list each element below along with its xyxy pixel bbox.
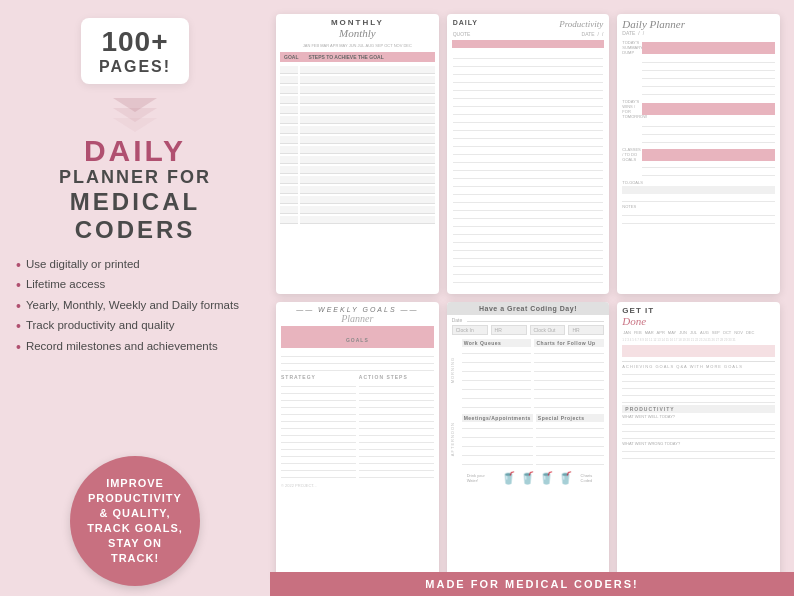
water-section: Drink your Water! 🥤 🥤 🥤 🥤 Charts Coded <box>447 469 610 487</box>
page-weekly-goals: —— WEEKLY GOALS —— Planner GOALS STRATEG… <box>276 302 439 582</box>
morning-label: MORNING <box>450 357 455 383</box>
daily-right-row2: TODAY'S WINS / FOR TOMORROW <box>622 99 775 119</box>
meetings-section: Meetings/Appointments <box>462 414 533 467</box>
title-medical: MEDICAL <box>59 188 211 216</box>
feature-item-2: Lifetime access <box>16 278 254 293</box>
special-projects-section: Special Projects <box>536 414 605 467</box>
coding-header: Have a Great Coding Day! <box>447 302 610 315</box>
weekly-footer: © 2022 PROJECT... <box>276 482 439 489</box>
daily-right-content: TODAY'S SUMMARY/BRAIN DUMP TODAY'S WINS … <box>617 38 780 228</box>
left-panel: 100+ PAGES! DAILY PLANNER FOR MEDICAL CO… <box>0 0 270 596</box>
getit-pink-block-1 <box>622 345 775 357</box>
weekly-col-strategy: STRATEGY <box>281 374 356 480</box>
title-planner-for: PLANNER FOR <box>59 167 211 188</box>
getit-content: ACHIEVING GOALS Q&A WITH MORE GOALS PROD… <box>617 343 780 463</box>
made-for-text: MADE FOR MEDICAL CODERS! <box>425 578 638 590</box>
daily-prod-script: Productivity <box>559 19 603 29</box>
getit-header: GET IT Done <box>617 302 780 329</box>
page-daily-planner-right: Daily Planner DATE / / TODAY'S SUMMARY/B… <box>617 14 780 294</box>
getit-achieving-label: ACHIEVING GOALS Q&A WITH MORE GOALS <box>622 364 775 369</box>
pages-number: 100+ <box>99 26 171 58</box>
weekly-two-col: STRATEGY ACTION STEPS <box>276 374 439 482</box>
right-panel: MONTHLY Monthly JAN FEB MAR APR MAY JUN … <box>270 0 794 596</box>
weekly-title: —— WEEKLY GOALS —— <box>281 306 434 313</box>
daily-right-row3: CLASSES / TO DO GOALS <box>622 147 775 162</box>
weekly-goals-lines <box>276 350 439 374</box>
daily-prod-date: QUOTE DATE / / <box>447 31 610 40</box>
chevron-icon-3 <box>113 118 157 132</box>
getit-productivity-header: PRODUCTIVITY <box>622 405 775 413</box>
made-for-bar: MADE FOR MEDICAL CODERS! <box>270 572 794 596</box>
features-list: Use digitally or printed Lifetime access… <box>16 258 254 360</box>
daily-right-lines <box>622 57 775 97</box>
page-daily-productivity: DAILY Productivity QUOTE DATE / / <box>447 14 610 294</box>
main-container: 100+ PAGES! DAILY PLANNER FOR MEDICAL CO… <box>0 0 794 596</box>
charts-followup-section: Charts for Follow Up <box>534 339 604 410</box>
coding-top-grid: Work Queues Charts for Follow Up <box>457 337 610 412</box>
getit-script: Done <box>622 315 775 327</box>
daily-prod-lines <box>447 50 610 288</box>
coding-date-row: Date <box>447 315 610 325</box>
page-monthly-goals: MONTHLY Monthly JAN FEB MAR APR MAY JUN … <box>276 14 439 294</box>
water-drop-1: 🥤 <box>501 471 516 485</box>
monthly-title: MONTHLY <box>281 18 434 27</box>
monthly-script: Monthly <box>281 27 434 39</box>
daily-right-script: Daily Planner <box>622 18 775 30</box>
daily-right-row1: TODAY'S SUMMARY/BRAIN DUMP <box>622 40 775 55</box>
afternoon-label: AFTERNOON <box>450 422 455 456</box>
daily-right-date: DATE / / <box>622 30 775 36</box>
water-drop-2: 🥤 <box>520 471 535 485</box>
title-daily: DAILY <box>59 134 211 167</box>
badge-text: IMPROVEPRODUCTIVITY& QUALITY,TRACK GOALS… <box>87 476 183 565</box>
monthly-lines <box>276 64 439 228</box>
getit-months: JANFEB MARAPR MAYJUN JULAUG SEPOCT NOVDE… <box>617 329 780 337</box>
daily-prod-title: DAILY <box>453 19 478 26</box>
monthly-months-row: JAN FEB MAR APR MAY JUN JUL AUG SEP OCT … <box>276 41 439 50</box>
coding-title: Have a Great Coding Day! <box>452 305 605 312</box>
weekly-header: —— WEEKLY GOALS —— Planner <box>276 302 439 325</box>
pages-label: PAGES! <box>99 58 171 76</box>
coding-bottom-grid: Meetings/Appointments Special Projects <box>457 412 610 469</box>
title-block: DAILY PLANNER FOR MEDICAL CODERS <box>59 134 211 244</box>
page-get-it-done: GET IT Done JANFEB MARAPR MAYJUN JULAUG … <box>617 302 780 582</box>
feature-item-5: Record milestones and achievements <box>16 340 254 355</box>
title-coders: CODERS <box>59 216 211 244</box>
coding-time-row: Clock In HR Clock Out HR <box>447 325 610 337</box>
getit-title: GET IT <box>622 306 775 315</box>
pages-badge: 100+ PAGES! <box>81 18 189 84</box>
weekly-script: Planner <box>281 313 434 324</box>
month-jan: JAN <box>303 43 311 48</box>
water-drop-4: 🥤 <box>558 471 573 485</box>
weekly-col-actions: ACTION STEPS <box>359 374 434 480</box>
page-coding-day: Have a Great Coding Day! Date Clock In H… <box>447 302 610 582</box>
feature-item-3: Yearly, Monthly, Weekly and Daily format… <box>16 299 254 314</box>
monthly-header: MONTHLY Monthly <box>276 14 439 41</box>
weekly-goals-pink: GOALS <box>281 326 434 348</box>
feature-item-1: Use digitally or printed <box>16 258 254 273</box>
bottom-badge: IMPROVEPRODUCTIVITY& QUALITY,TRACK GOALS… <box>70 456 200 586</box>
chevrons-decoration <box>113 98 157 128</box>
feature-item-4: Track productivity and quality <box>16 319 254 334</box>
daily-right-header: Daily Planner DATE / / <box>617 14 780 38</box>
monthly-pink-bar: GOAL STEPS TO ACHIEVE THE GOAL <box>280 52 435 62</box>
water-drop-3: 🥤 <box>539 471 554 485</box>
daily-prod-header: DAILY Productivity <box>447 14 610 31</box>
work-queues-section: Work Queues <box>462 339 532 410</box>
daily-prod-quote-bar <box>452 40 605 48</box>
